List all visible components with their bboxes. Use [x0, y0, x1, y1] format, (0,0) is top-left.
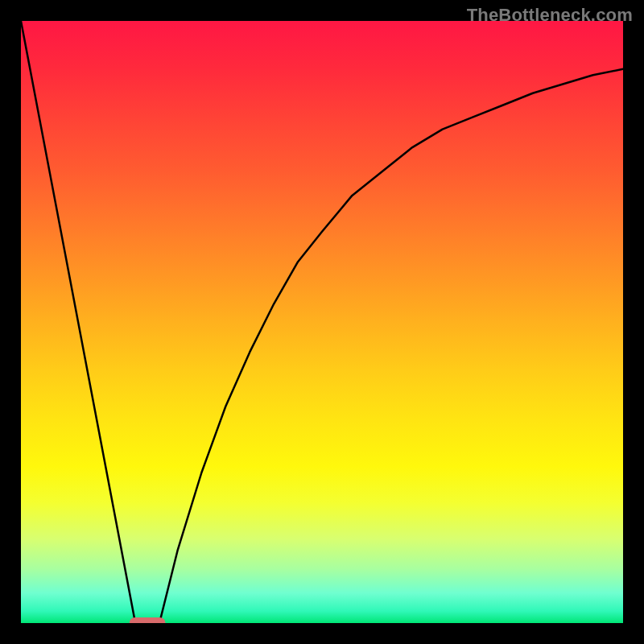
- curve-left-branch: [21, 21, 135, 623]
- curve-layer: [21, 21, 623, 623]
- curve-right-branch: [159, 69, 623, 623]
- bottleneck-chart: [21, 21, 623, 623]
- optimum-marker: [130, 617, 166, 623]
- watermark-text: TheBottleneck.com: [467, 5, 633, 26]
